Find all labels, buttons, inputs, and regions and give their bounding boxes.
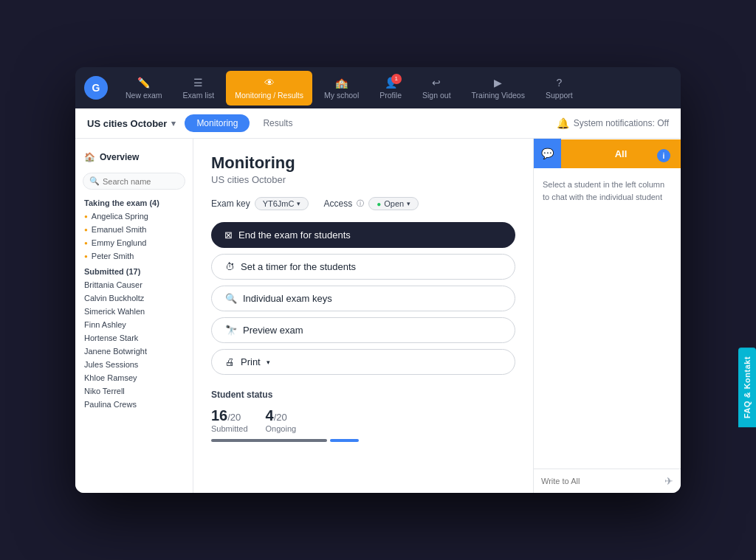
ongoing-label: Ongoing	[266, 424, 297, 433]
notification-bar: 🔔 System notifications: Off	[557, 117, 669, 129]
submitted-label: Submitted	[211, 424, 248, 433]
send-icon: ✈	[664, 475, 673, 487]
tab-group: Monitoring Results	[185, 114, 304, 132]
info-icon[interactable]: i	[657, 149, 670, 162]
student-janene[interactable]: Janene Botwright	[75, 345, 193, 358]
student-calvin[interactable]: Calvin Buckholtz	[75, 291, 193, 305]
profile-badge-container: 👤 1	[385, 77, 397, 89]
chevron-down-icon: ▾	[297, 200, 300, 207]
action-buttons: ⊠ End the exam for students ⏱ Set a time…	[211, 222, 515, 375]
nav-profile[interactable]: 👤 1 Profile	[371, 71, 410, 106]
student-finn[interactable]: Finn Ashley	[75, 318, 193, 331]
training-icon: ▶	[494, 77, 502, 89]
taking-section-title: Taking the exam (4)	[75, 194, 193, 210]
access-label: Access	[323, 198, 352, 209]
student-khloe[interactable]: Khloe Ramsey	[75, 371, 193, 384]
submitted-block: 16/20 Submitted	[211, 407, 248, 433]
chevron-down-icon: ▾	[171, 119, 176, 128]
support-icon: ?	[556, 77, 562, 89]
sidebar: 🏠 Overview 🔍 Taking the exam (4) ●Angeli…	[75, 139, 193, 493]
nav-monitoring[interactable]: 👁 Monitoring / Results	[226, 71, 312, 106]
top-navigation: G ✏️ New exam ☰ Exam list 👁 Monitoring /…	[75, 67, 681, 108]
print-icon: 🖨	[225, 356, 235, 367]
ongoing-progress-bar	[330, 439, 359, 442]
exam-key-row: Exam key YT6JmC ▾	[211, 197, 309, 210]
exam-selector[interactable]: US cities October ▾	[87, 118, 176, 129]
set-timer-button[interactable]: ⏱ Set a timer for the students	[211, 254, 515, 280]
print-chevron: ▾	[267, 359, 270, 366]
student-dot: ●	[84, 213, 88, 220]
preview-icon: 🔭	[225, 325, 237, 336]
individual-keys-button[interactable]: 🔍 Individual exam keys	[211, 286, 515, 311]
nav-support[interactable]: ? Support	[537, 71, 582, 106]
student-simerick[interactable]: Simerick Wahlen	[75, 305, 193, 318]
exam-list-icon: ☰	[193, 77, 203, 89]
monitoring-title: Monitoring	[211, 153, 515, 173]
center-wrapper: i Monitoring US cities October Exam key …	[193, 139, 681, 493]
notification-text: System notifications: Off	[574, 118, 669, 128]
student-emmy[interactable]: ●Emmy Englund	[75, 236, 193, 249]
submitted-section-title: Submitted (17)	[75, 263, 193, 278]
nav-my-school[interactable]: 🏫 My school	[315, 71, 368, 106]
chat-body-text: Select a student in the left column to c…	[534, 168, 681, 469]
student-dot: ●	[84, 253, 88, 260]
bell-icon: 🔔	[557, 117, 569, 129]
new-exam-icon: ✏️	[137, 77, 150, 89]
app-logo: G	[84, 76, 108, 100]
search-icon: 🔍	[89, 176, 100, 186]
chat-input[interactable]	[541, 477, 660, 485]
overview-icon: 🏠	[84, 152, 95, 162]
chevron-down-icon: ▾	[407, 200, 410, 207]
nav-new-exam[interactable]: ✏️ New exam	[117, 71, 171, 106]
sub-header-left: US cities October ▾ Monitoring Results	[87, 114, 304, 132]
faq-button[interactable]: FAQ & Kontakt	[738, 348, 756, 427]
exam-key-label: Exam key	[211, 198, 250, 209]
exam-key-value: YT6JmC	[263, 199, 295, 208]
access-row: Access ⓘ ● Open ▾	[323, 197, 419, 210]
main-layout: 🏠 Overview 🔍 Taking the exam (4) ●Angeli…	[75, 139, 681, 493]
student-brittania[interactable]: Brittania Causer	[75, 278, 193, 291]
tab-monitoring[interactable]: Monitoring	[185, 114, 250, 132]
profile-badge: 1	[391, 74, 402, 84]
search-input[interactable]	[103, 177, 179, 186]
sub-header: US cities October ▾ Monitoring Results 🔔…	[75, 108, 681, 139]
student-paulina[interactable]: Paulina Crews	[75, 398, 193, 411]
school-icon: 🏫	[335, 77, 348, 89]
monitoring-subtitle: US cities October	[211, 174, 515, 185]
chat-icon[interactable]: 💬	[534, 139, 561, 168]
center-panel: Monitoring US cities October Exam key YT…	[193, 139, 533, 493]
exam-meta: Exam key YT6JmC ▾ Access ⓘ ● Open	[211, 197, 515, 210]
access-value-box[interactable]: ● Open ▾	[368, 197, 419, 210]
student-hortense[interactable]: Hortense Stark	[75, 331, 193, 345]
student-niko[interactable]: Niko Terrell	[75, 384, 193, 398]
nav-sign-out[interactable]: ↩ Sign out	[413, 71, 460, 106]
nav-training[interactable]: ▶ Training Videos	[463, 71, 534, 106]
print-button[interactable]: 🖨 Print ▾	[211, 349, 515, 375]
access-info-icon: ⓘ	[357, 198, 364, 209]
send-button[interactable]: ✈	[664, 475, 673, 487]
nav-exam-list[interactable]: ☰ Exam list	[174, 71, 224, 106]
sign-out-icon: ↩	[432, 77, 441, 89]
access-dot: ●	[377, 200, 381, 208]
sidebar-search-container[interactable]: 🔍	[83, 173, 185, 190]
student-dot: ●	[84, 240, 88, 246]
exam-name-label: US cities October	[87, 118, 167, 129]
tab-results[interactable]: Results	[251, 114, 304, 132]
chat-input-area: ✈	[534, 469, 681, 493]
student-jules[interactable]: Jules Sessions	[75, 358, 193, 371]
monitoring-icon: 👁	[264, 77, 275, 89]
student-emanuel[interactable]: ●Emanuel Smith	[75, 223, 193, 236]
status-numbers: 16/20 Submitted 4/20 Ongoing	[211, 407, 515, 433]
content-area: US cities October ▾ Monitoring Results 🔔…	[75, 108, 681, 493]
sidebar-overview[interactable]: 🏠 Overview	[75, 146, 193, 168]
submitted-progress-bar	[211, 439, 327, 442]
student-angelica[interactable]: ●Angelica Spring	[75, 210, 193, 223]
ongoing-block: 4/20 Ongoing	[266, 407, 297, 433]
end-exam-button[interactable]: ⊠ End the exam for students	[211, 222, 515, 248]
timer-icon: ⏱	[225, 261, 235, 272]
key-icon: 🔍	[225, 293, 237, 304]
progress-bars	[211, 439, 359, 442]
exam-key-value-box[interactable]: YT6JmC ▾	[255, 197, 309, 210]
preview-exam-button[interactable]: 🔭 Preview exam	[211, 317, 515, 343]
student-peter[interactable]: ●Peter Smith	[75, 249, 193, 263]
